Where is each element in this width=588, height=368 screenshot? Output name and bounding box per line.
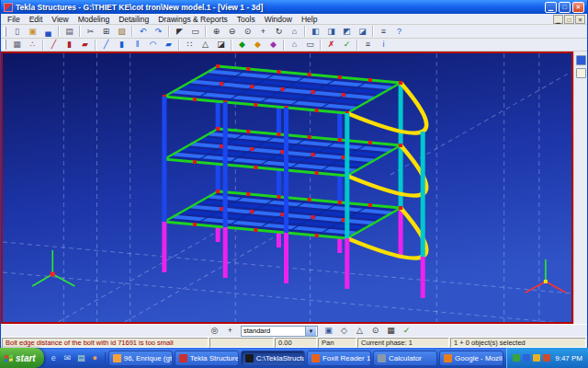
status-field-value: 0.00 (275, 338, 317, 348)
twin-profile-icon[interactable]: ‖ (130, 39, 145, 51)
close-button[interactable]: ✕ (572, 2, 584, 13)
curved-beam-icon[interactable]: ◠ (145, 39, 161, 51)
dock-view-icon[interactable] (576, 55, 586, 65)
menu-tools[interactable]: Tools (232, 14, 260, 24)
steel-column-icon[interactable]: ▮ (114, 39, 130, 51)
snap-intersection-icon[interactable]: ⊙ (368, 325, 383, 337)
select-pointer-icon[interactable]: ◤ (172, 26, 187, 38)
rotate-view-icon[interactable]: ↻ (271, 26, 287, 38)
toolbar-separator (320, 40, 322, 51)
create-plate-icon[interactable]: ▰ (77, 39, 93, 51)
grid-icon[interactable]: ▦ (9, 39, 25, 51)
quick-launch-mail-icon[interactable]: ✉ (62, 352, 74, 364)
quick-launch-firefox-icon[interactable]: ● (89, 352, 101, 364)
view-side-icon[interactable]: ◨ (323, 26, 339, 38)
points-icon[interactable]: ∴ (25, 39, 40, 51)
model-canvas[interactable] (3, 53, 571, 322)
home-view-icon[interactable]: ⌂ (287, 26, 302, 38)
snap-center-icon[interactable]: ◎ (207, 325, 222, 337)
detail-purple-icon[interactable]: ◆ (266, 39, 281, 51)
menu-detailing[interactable]: Detailing (114, 14, 153, 24)
quick-launch-desktop-icon[interactable]: ▤ (75, 352, 87, 364)
maximize-button[interactable]: □ (559, 2, 571, 13)
open-folder-icon[interactable]: ▣ (25, 26, 40, 38)
select-area-icon[interactable]: ▭ (187, 26, 203, 38)
mdi-close-button[interactable]: ✕ (575, 15, 585, 24)
steel-beam-icon[interactable]: ╱ (98, 39, 114, 51)
task-messenger[interactable]: 96, Enrique (gta... (108, 351, 173, 366)
model-view-icon[interactable]: ⌂ (287, 39, 302, 51)
menu-edit[interactable]: Edit (25, 14, 48, 24)
steel-plate-icon[interactable]: ▰ (161, 39, 176, 51)
view-top-icon[interactable]: ◩ (339, 26, 355, 38)
selection-filter-combo[interactable]: ▼ (241, 326, 318, 337)
zoom-in-icon[interactable]: ⊕ (209, 26, 224, 38)
report-list-icon[interactable]: ≡ (360, 39, 376, 51)
task-tekla[interactable]: Tekla Structures... (175, 351, 239, 366)
copy-icon[interactable]: ⊞ (98, 26, 114, 38)
new-file-icon[interactable]: ▯ (9, 26, 25, 38)
selection-filter-input[interactable] (242, 327, 305, 335)
snap-any-icon[interactable]: ✓ (399, 325, 414, 337)
view-front-icon[interactable]: ◧ (308, 26, 323, 38)
toolbar-grip[interactable] (4, 40, 6, 50)
toolbar-separator (42, 40, 44, 51)
toolbar-grip[interactable] (4, 27, 6, 37)
redo-icon[interactable]: ↷ (151, 26, 166, 38)
cut-part-icon[interactable]: ◪ (213, 39, 229, 51)
select-filter-icon[interactable]: ▣ (321, 325, 336, 337)
clash-check-icon[interactable]: ✗ (323, 39, 339, 51)
snap-midpoint-icon[interactable]: △ (352, 325, 368, 337)
dock-help-icon[interactable] (576, 68, 586, 78)
menu-file[interactable]: File (3, 14, 25, 24)
pan-icon[interactable]: + (255, 26, 271, 38)
toolbar-separator (168, 26, 170, 37)
mdi-minimize-button[interactable]: ▁ (553, 15, 563, 24)
menu-modeling[interactable]: Modeling (74, 14, 115, 24)
view-3d-icon[interactable]: ◪ (355, 26, 370, 38)
task-firefox[interactable]: Google - Mozilla Fir... (439, 351, 503, 366)
plane-view-icon[interactable]: ▭ (302, 39, 318, 51)
cut-icon[interactable]: ✂ (83, 26, 98, 38)
menu-window[interactable]: Window (260, 14, 297, 24)
task-calculator[interactable]: Calculator (373, 351, 437, 366)
snap-geometry-icon[interactable]: ◇ (336, 325, 352, 337)
tray-antivirus-icon[interactable] (513, 354, 520, 362)
quick-launch-ie-icon[interactable]: e (48, 352, 60, 364)
tray-network-icon[interactable] (523, 354, 530, 362)
menu-drawings-reports[interactable]: Drawings & Reports (153, 14, 232, 24)
bolt-icon[interactable]: ∷ (182, 39, 198, 51)
properties-icon[interactable]: ≡ (376, 26, 391, 38)
zoom-out-icon[interactable]: ⊖ (224, 26, 240, 38)
inquire-icon[interactable]: i (376, 39, 391, 51)
print-icon[interactable]: ▤ (62, 26, 77, 38)
start-button[interactable]: start (0, 348, 44, 368)
task-foxit[interactable]: Foxit Reader 1.3... (307, 351, 371, 366)
detail-green-icon[interactable]: ◆ (234, 39, 250, 51)
zoom-window-icon[interactable]: ⊙ (240, 26, 255, 38)
status-field-selection: 1 + 0 object(s) selected (450, 338, 586, 348)
task-console[interactable]: C:\TeklaStructu... (241, 351, 305, 366)
snap-point-icon[interactable]: + (222, 325, 238, 337)
model-view-3d[interactable] (1, 52, 573, 324)
snap-grid-icon[interactable]: ▦ (383, 325, 399, 337)
tray-volume-icon[interactable] (543, 354, 550, 362)
help-icon[interactable]: ? (391, 26, 407, 38)
menu-view[interactable]: View (47, 14, 73, 24)
undo-icon[interactable]: ↶ (135, 26, 151, 38)
save-icon[interactable]: ▄ (40, 26, 56, 38)
minimize-button[interactable]: ▁ (545, 2, 557, 13)
detail-orange-icon[interactable]: ◆ (250, 39, 266, 51)
combo-dropdown-icon[interactable]: ▼ (305, 327, 316, 336)
create-column-icon[interactable]: ▮ (62, 39, 77, 51)
taskbar-clock[interactable]: 9:47 PM (555, 354, 582, 362)
create-beam-icon[interactable]: ╱ (46, 39, 62, 51)
weld-icon[interactable]: △ (198, 39, 213, 51)
status-field-mode: Pan (318, 338, 356, 348)
check-model-icon[interactable]: ✓ (339, 39, 355, 51)
mdi-restore-button[interactable]: □ (564, 15, 574, 24)
menu-help[interactable]: Help (297, 14, 322, 24)
toolbar-separator (231, 40, 232, 51)
paste-icon[interactable]: ▨ (114, 26, 130, 38)
tray-update-icon[interactable] (533, 354, 540, 362)
